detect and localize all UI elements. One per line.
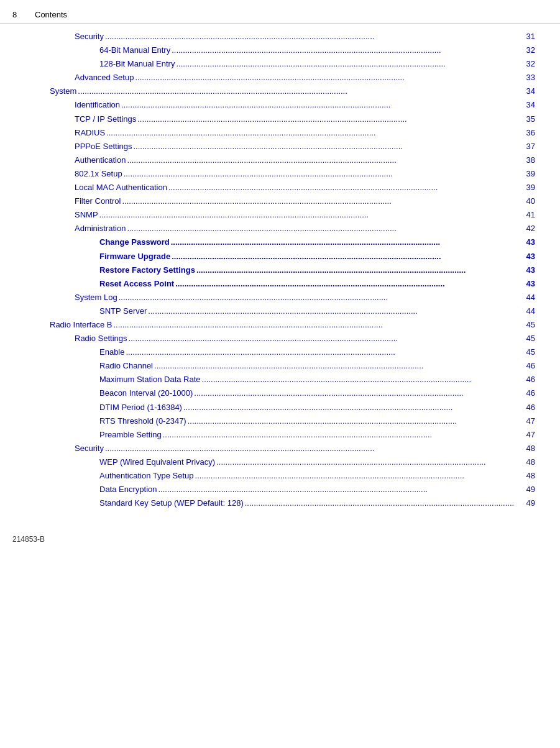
toc-label: RADIUS [75, 126, 105, 140]
toc-row[interactable]: WEP (Wired Equivalent Privacy) .........… [50, 455, 535, 469]
toc-row[interactable]: Beacon Interval (20-1000) ..............… [50, 386, 535, 400]
toc-page-ref: 45 [526, 318, 535, 332]
toc-label: WEP (Wired Equivalent Privacy) [99, 455, 215, 469]
toc-page-ref: 46 [526, 359, 535, 373]
toc-label: System [50, 84, 76, 98]
toc-dots: ........................................… [105, 30, 525, 43]
toc-label: Filter Control [75, 194, 121, 208]
toc-row[interactable]: Firmware Upgrade .......................… [50, 250, 535, 263]
toc-page-ref: 48 [526, 469, 535, 483]
toc-row[interactable]: Change Password ........................… [50, 235, 535, 249]
toc-row[interactable]: Radio Interface B ......................… [50, 318, 535, 332]
toc-row[interactable]: SNMP ...................................… [50, 208, 535, 222]
toc-row[interactable]: Identification .........................… [50, 98, 535, 112]
toc-page-ref: 42 [526, 222, 535, 235]
toc-label: Standard Key Setup (WEP Default: 128) [99, 496, 244, 510]
toc-row[interactable]: Restore Factory Settings ...............… [50, 263, 535, 277]
toc-content: Security ...............................… [0, 30, 560, 522]
toc-page-ref: 43 [526, 250, 535, 263]
toc-row[interactable]: Reset Access Point .....................… [50, 277, 535, 291]
toc-row[interactable]: PPPoE Settings .........................… [50, 140, 535, 153]
toc-row[interactable]: Radio Settings .........................… [50, 332, 535, 345]
toc-row[interactable]: Administration .........................… [50, 222, 535, 235]
toc-label: 802.1x Setup [75, 167, 122, 181]
toc-label: DTIM Period (1-16384) [99, 401, 182, 414]
toc-label: Reset Access Point [99, 277, 174, 291]
toc-dots: ........................................… [135, 71, 525, 84]
toc-dots: ........................................… [105, 442, 525, 455]
toc-row[interactable]: Radio Channel ..........................… [50, 359, 535, 373]
toc-page-ref: 43 [526, 235, 535, 249]
toc-label: Change Password [99, 235, 170, 249]
toc-label: Enable [99, 345, 124, 359]
toc-dots: ........................................… [119, 291, 525, 304]
toc-dots: ........................................… [148, 304, 525, 318]
toc-page-ref: 44 [526, 304, 535, 318]
footer: 214853-B [0, 529, 560, 550]
toc-label: Radio Channel [99, 359, 153, 373]
toc-row[interactable]: Security ...............................… [50, 442, 535, 455]
toc-row[interactable]: Security ...............................… [50, 30, 535, 43]
toc-label: 128-Bit Manual Entry [99, 57, 175, 71]
toc-dots: ........................................… [172, 43, 525, 57]
toc-dots: ........................................… [202, 373, 525, 386]
toc-row[interactable]: RTS Threshold (0-2347) .................… [50, 414, 535, 428]
toc-row[interactable]: Preamble Setting .......................… [50, 428, 535, 442]
toc-row[interactable]: DTIM Period (1-16384) ..................… [50, 401, 535, 414]
toc-label: PPPoE Settings [75, 140, 132, 153]
toc-row[interactable]: System .................................… [50, 84, 535, 98]
toc-dots: ........................................… [127, 153, 525, 167]
toc-page-ref: 43 [526, 263, 535, 277]
toc-row[interactable]: SNTP Server ............................… [50, 304, 535, 318]
toc-page-ref: 47 [526, 414, 535, 428]
toc-label: Radio Interface B [50, 318, 112, 332]
page-title: Contents [35, 10, 67, 19]
toc-row[interactable]: Authentication .........................… [50, 153, 535, 167]
toc-row[interactable]: 128-Bit Manual Entry ...................… [50, 57, 535, 71]
toc-row[interactable]: 64-Bit Manual Entry ....................… [50, 43, 535, 57]
toc-page-ref: 49 [526, 483, 535, 496]
toc-page-ref: 45 [526, 332, 535, 345]
toc-row[interactable]: TCP / IP Settings ......................… [50, 112, 535, 126]
toc-dots: ........................................… [122, 194, 525, 208]
toc-label: Authentication Type Setup [99, 469, 194, 483]
toc-row[interactable]: RADIUS .................................… [50, 126, 535, 140]
toc-row[interactable]: Enable .................................… [50, 345, 535, 359]
toc-label: Identification [75, 98, 120, 112]
toc-dots: ........................................… [106, 126, 525, 140]
toc-dots: ........................................… [172, 250, 525, 263]
toc-row[interactable]: Standard Key Setup (WEP Default: 128) ..… [50, 496, 535, 510]
toc-dots: ........................................… [129, 332, 525, 345]
toc-label: Security [75, 30, 104, 43]
page-header: 8 Contents [0, 6, 560, 24]
toc-dots: ........................................… [99, 208, 525, 222]
toc-row[interactable]: Local MAC Authentication ...............… [50, 181, 535, 194]
toc-page-ref: 46 [526, 386, 535, 400]
toc-row[interactable]: 802.1x Setup ...........................… [50, 167, 535, 181]
toc-row[interactable]: Filter Control .........................… [50, 194, 535, 208]
toc-label: Security [75, 442, 104, 455]
toc-dots: ........................................… [168, 181, 525, 194]
toc-page-ref: 34 [526, 98, 535, 112]
toc-dots: ........................................… [134, 140, 525, 153]
toc-dots: ........................................… [245, 496, 525, 510]
toc-row[interactable]: Authentication Type Setup ..............… [50, 469, 535, 483]
toc-page-ref: 47 [526, 428, 535, 442]
toc-dots: ........................................… [137, 112, 525, 126]
toc-row[interactable]: Data Encryption ........................… [50, 483, 535, 496]
toc-label: Preamble Setting [99, 428, 162, 442]
toc-row[interactable]: Advanced Setup .........................… [50, 71, 535, 84]
toc-page-ref: 43 [526, 277, 535, 291]
toc-page-ref: 31 [526, 30, 535, 43]
toc-label: SNMP [75, 208, 98, 222]
toc-page-ref: 46 [526, 401, 535, 414]
toc-dots: ........................................… [154, 359, 525, 373]
toc-page-ref: 46 [526, 373, 535, 386]
toc-row[interactable]: Maximum Station Data Rate ..............… [50, 373, 535, 386]
toc-row[interactable]: System Log .............................… [50, 291, 535, 304]
toc-label: Administration [75, 222, 126, 235]
toc-dots: ........................................… [176, 57, 525, 71]
toc-dots: ........................................… [195, 469, 525, 483]
toc-label: SNTP Server [99, 304, 147, 318]
toc-page-ref: 39 [526, 181, 535, 194]
